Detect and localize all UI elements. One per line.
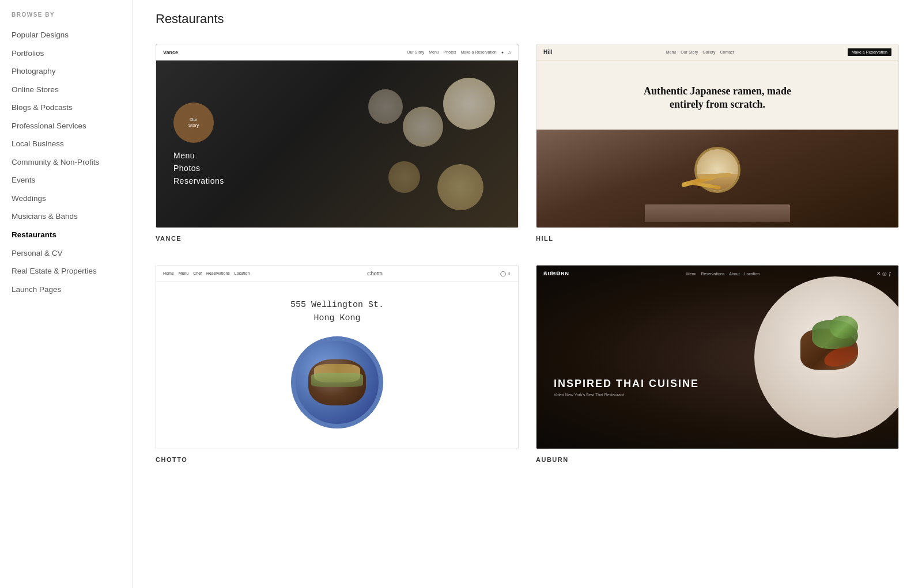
template-card-chotto[interactable]: HomeMenuChefReservationsLocation Chotto … [156,265,519,463]
sidebar-item-blogs-podcasts[interactable]: Blogs & Podcasts [12,98,132,117]
hill-cta-button[interactable]: Make a Reservation [848,48,891,56]
browse-by-label: BROWSE BY [12,12,132,18]
chotto-address: 555 Wellington St. Hong Kong [290,299,384,325]
vance-hero: OurStory Menu Photos Reservations [156,60,518,227]
sidebar-item-real-estate[interactable]: Real Estate & Properties [12,262,132,280]
template-preview-auburn[interactable]: AUBURN MenuReservationsAboutLocation ✕ ◎… [536,265,899,449]
sidebar-item-online-stores[interactable]: Online Stores [12,81,132,99]
auburn-nav: AUBURN MenuReservationsAboutLocation ✕ ◎… [536,265,898,282]
sidebar-item-weddings[interactable]: Weddings [12,189,132,208]
vance-logo: Vance [163,50,178,55]
chotto-content: 555 Wellington St. Hong Kong [156,282,518,449]
hill-headline-text: Authentic Japanese ramen, made entirely … [548,85,887,112]
template-preview-chotto[interactable]: HomeMenuChefReservationsLocation Chotto … [156,265,519,449]
sidebar-item-photography[interactable]: Photography [12,62,132,81]
sidebar: BROWSE BY Popular Designs Portfolios Pho… [0,0,133,588]
template-name-vance: VANCE [156,235,519,242]
vance-menu-item-menu: Menu [173,151,224,160]
hill-nav: Hill MenuOur StoryGalleryContact Make a … [536,44,898,60]
sidebar-item-launch-pages[interactable]: Launch Pages [12,280,132,299]
sidebar-item-musicians-bands[interactable]: Musicians & Bands [12,207,132,226]
template-name-hill: HILL [536,235,899,242]
chotto-icons: ◯ ♀ [500,271,511,276]
hill-nav-links: MenuOur StoryGalleryContact [666,50,734,54]
chotto-nav-links: HomeMenuChefReservationsLocation [163,271,250,275]
auburn-nav-links: MenuReservationsAboutLocation [686,272,759,276]
page-title: Restaurants [156,12,899,26]
template-name-chotto: CHOTTO [156,456,519,463]
sidebar-item-restaurants[interactable]: Restaurants [12,226,132,244]
vance-nav-links: Our StoryMenuPhotosMake a Reservation ●△ [407,50,511,55]
template-card-auburn[interactable]: AUBURN MenuReservationsAboutLocation ✕ ◎… [536,265,899,463]
hill-image [536,130,898,227]
auburn-text-overlay: INSPIRED THAI CUISINE Voted New York's B… [554,378,699,397]
main-content: Restaurants Vance Our StoryMenuPhotosMak… [133,0,922,588]
sidebar-item-personal-cv[interactable]: Personal & CV [12,244,132,263]
sidebar-item-popular-designs[interactable]: Popular Designs [12,26,132,44]
auburn-hero: INSPIRED THAI CUISINE Voted New York's B… [536,265,898,449]
vance-menu-item-photos: Photos [173,164,224,173]
vance-menu-item-reservations: Reservations [173,176,224,185]
vance-nav: Vance Our StoryMenuPhotosMake a Reservat… [156,44,518,60]
template-card-hill[interactable]: Hill MenuOur StoryGalleryContact Make a … [536,44,899,242]
auburn-plate [754,276,899,438]
sidebar-nav: Popular Designs Portfolios Photography O… [12,26,132,298]
vance-menu-overlay: OurStory Menu Photos Reservations [173,103,224,185]
template-preview-vance[interactable]: Vance Our StoryMenuPhotosMake a Reservat… [156,44,519,228]
hill-logo: Hill [543,49,553,55]
auburn-logo: AUBURN [543,271,569,276]
sidebar-item-professional-services[interactable]: Professional Services [12,117,132,135]
chotto-bowl [291,336,383,428]
chotto-nav: HomeMenuChefReservationsLocation Chotto … [156,265,518,282]
template-card-vance[interactable]: Vance Our StoryMenuPhotosMake a Reservat… [156,44,519,242]
template-preview-hill[interactable]: Hill MenuOur StoryGalleryContact Make a … [536,44,899,228]
template-name-auburn: AUBURN [536,456,899,463]
auburn-social-icons: ✕ ◎ ƒ [876,271,891,276]
sidebar-item-events[interactable]: Events [12,171,132,189]
sidebar-item-local-business[interactable]: Local Business [12,135,132,153]
sidebar-item-community[interactable]: Community & Non-Profits [12,153,132,172]
sidebar-item-portfolios[interactable]: Portfolios [12,44,132,63]
chotto-logo: Chotto [367,271,383,276]
hill-headline: Authentic Japanese ramen, made entirely … [536,73,898,123]
template-grid: Vance Our StoryMenuPhotosMake a Reservat… [156,44,899,463]
